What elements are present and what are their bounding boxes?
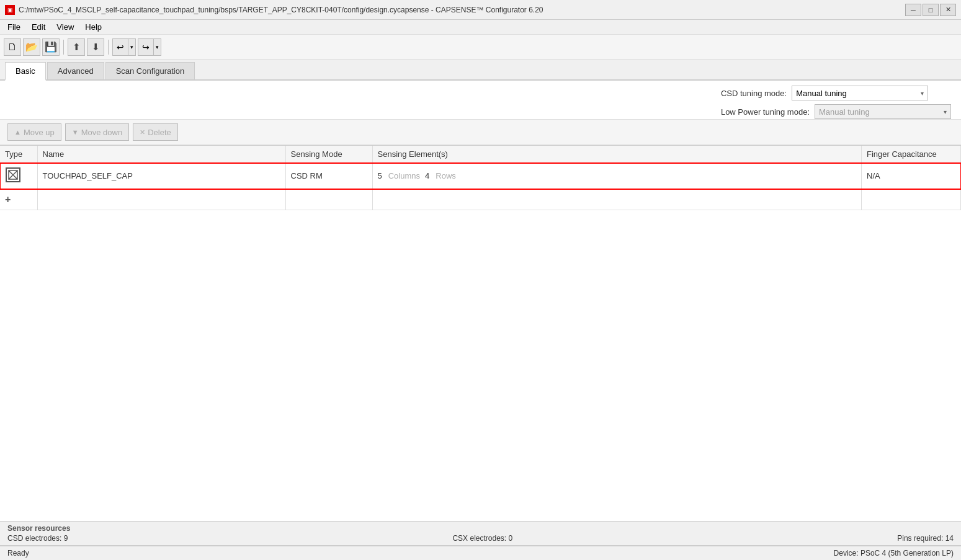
sensor-resources-bar: Sensor resources CSD electrodes: 9 CSX e… bbox=[0, 521, 961, 545]
redo-main[interactable]: ↪ bbox=[138, 39, 153, 55]
touchpad-type-icon bbox=[5, 167, 21, 183]
main-content: CSD tuning mode: Manual tuning ▾ Low Pow… bbox=[0, 81, 961, 545]
rows-label: Rows bbox=[436, 171, 456, 180]
widget-table: Type Name Sensing Mode Sensing Element(s… bbox=[0, 146, 961, 210]
csd-electrodes-value: 9 bbox=[64, 534, 68, 543]
ready-status: Ready bbox=[7, 549, 29, 558]
move-down-button[interactable]: ▼ Move down bbox=[65, 123, 129, 141]
sensing-elements-group: 5 Columns 4 Rows bbox=[378, 171, 857, 180]
move-up-button[interactable]: ▲ Move up bbox=[7, 123, 61, 141]
toolbar-sep-2 bbox=[108, 40, 109, 55]
title-bar-left: ▣ C:/mtw/PSoC_4_MSCLP_self-capacitance_t… bbox=[5, 5, 543, 15]
move-down-icon: ▼ bbox=[72, 128, 79, 136]
menu-help[interactable]: Help bbox=[80, 21, 107, 33]
move-up-label: Move up bbox=[24, 128, 55, 137]
csx-electrodes: CSX electrodes: 0 bbox=[452, 534, 512, 543]
col-header-name: Name bbox=[37, 146, 285, 163]
toolbar-sep-1 bbox=[63, 40, 64, 55]
delete-icon: ✕ bbox=[140, 128, 145, 136]
tuning-area: CSD tuning mode: Manual tuning ▾ Low Pow… bbox=[0, 81, 961, 119]
cell-name: TOUCHPAD_SELF_CAP bbox=[37, 163, 285, 189]
device-info: Device: PSoC 4 (5th Generation LP) bbox=[834, 549, 954, 558]
low-power-tuning-row: Low Power tuning mode: Manual tuning ▾ bbox=[721, 104, 951, 119]
header-row: Type Name Sensing Mode Sensing Element(s… bbox=[0, 146, 961, 163]
title-bar: ▣ C:/mtw/PSoC_4_MSCLP_self-capacitance_t… bbox=[0, 0, 961, 20]
add-elements-cell bbox=[372, 189, 862, 210]
add-sensing-cell bbox=[285, 189, 372, 210]
delete-label: Delete bbox=[148, 128, 171, 137]
pins-label: Pins required: bbox=[897, 534, 945, 543]
cell-type bbox=[0, 163, 37, 189]
csd-tuning-arrow: ▾ bbox=[921, 90, 924, 97]
low-power-tuning-select[interactable]: Manual tuning ▾ bbox=[815, 104, 951, 119]
tab-basic[interactable]: Basic bbox=[5, 62, 46, 81]
csd-electrodes-label: CSD electrodes: bbox=[7, 534, 64, 543]
add-finger-cell bbox=[862, 189, 961, 210]
pins-required: Pins required: 14 bbox=[897, 534, 954, 543]
minimize-btn[interactable]: ─ bbox=[905, 4, 921, 16]
save-button[interactable]: 💾 bbox=[42, 38, 60, 56]
menu-view[interactable]: View bbox=[51, 21, 79, 33]
move-up-icon: ▲ bbox=[14, 128, 21, 136]
undo-arrow[interactable]: ▾ bbox=[128, 39, 135, 55]
delete-button[interactable]: ✕ Delete bbox=[133, 123, 178, 141]
table-header: Type Name Sensing Mode Sensing Element(s… bbox=[0, 146, 961, 163]
table-wrapper: Type Name Sensing Mode Sensing Element(s… bbox=[0, 145, 961, 521]
tab-scan-configuration[interactable]: Scan Configuration bbox=[105, 62, 195, 79]
elements-count: 5 bbox=[378, 171, 382, 180]
csx-electrodes-value: 0 bbox=[509, 534, 513, 543]
open-button[interactable]: 📂 bbox=[23, 38, 40, 56]
undo-button-group[interactable]: ↩ ▾ bbox=[112, 38, 136, 56]
action-bar: ▲ Move up ▼ Move down ✕ Delete bbox=[0, 119, 961, 145]
col-header-sensing-mode: Sensing Mode bbox=[285, 146, 372, 163]
columns-label: Columns bbox=[388, 171, 420, 180]
low-power-tuning-value: Manual tuning bbox=[819, 107, 870, 117]
move-down-label: Move down bbox=[81, 128, 122, 137]
low-power-tuning-arrow: ▾ bbox=[944, 109, 947, 115]
add-name-cell bbox=[37, 189, 285, 210]
menu-edit[interactable]: Edit bbox=[27, 21, 50, 33]
csd-tuning-value: Manual tuning bbox=[796, 89, 847, 98]
csd-electrodes: CSD electrodes: 9 bbox=[7, 534, 68, 543]
sensor-resources-details: CSD electrodes: 9 CSX electrodes: 0 Pins… bbox=[7, 534, 954, 543]
add-widget-row[interactable]: + bbox=[0, 189, 961, 210]
redo-button-group[interactable]: ↪ ▾ bbox=[138, 38, 161, 56]
cell-finger-cap: N/A bbox=[862, 163, 961, 189]
col-header-type: Type bbox=[0, 146, 37, 163]
csd-tuning-row: CSD tuning mode: Manual tuning ▾ bbox=[721, 86, 951, 100]
new-button[interactable]: 🗋 bbox=[4, 38, 21, 56]
maximize-btn[interactable]: □ bbox=[923, 4, 939, 16]
menu-file[interactable]: File bbox=[2, 21, 25, 33]
toolbar: 🗋 📂 💾 ⬆ ⬇ ↩ ▾ ↪ ▾ bbox=[0, 35, 961, 60]
csd-tuning-label: CSD tuning mode: bbox=[721, 89, 787, 98]
col-header-finger-cap: Finger Capacitance bbox=[862, 146, 961, 163]
app-icon: ▣ bbox=[5, 5, 15, 15]
csd-tuning-select[interactable]: Manual tuning ▾ bbox=[792, 86, 928, 100]
low-power-tuning-label: Low Power tuning mode: bbox=[721, 107, 810, 117]
top-section: CSD tuning mode: Manual tuning ▾ Low Pow… bbox=[0, 81, 961, 145]
sensor-resources-title: Sensor resources bbox=[7, 524, 954, 533]
import-button[interactable]: ⬆ bbox=[68, 38, 85, 56]
tuning-selects: CSD tuning mode: Manual tuning ▾ Low Pow… bbox=[721, 86, 951, 119]
table-row[interactable]: TOUCHPAD_SELF_CAP CSD RM 5 Columns 4 Row… bbox=[0, 163, 961, 189]
pins-value: 14 bbox=[945, 534, 954, 543]
bottom-status-bar: Ready Device: PSoC 4 (5th Generation LP) bbox=[0, 545, 961, 560]
close-btn[interactable]: ✕ bbox=[940, 4, 956, 16]
csx-electrodes-label: CSX electrodes: bbox=[452, 534, 508, 543]
redo-arrow[interactable]: ▾ bbox=[153, 39, 161, 55]
title-bar-controls: ─ □ ✕ bbox=[905, 4, 956, 16]
undo-main[interactable]: ↩ bbox=[113, 39, 128, 55]
col-header-sensing-elements: Sensing Element(s) bbox=[372, 146, 862, 163]
add-btn-cell[interactable]: + bbox=[0, 189, 37, 210]
table-body: TOUCHPAD_SELF_CAP CSD RM 5 Columns 4 Row… bbox=[0, 163, 961, 210]
add-widget-icon[interactable]: + bbox=[5, 194, 11, 205]
export-button[interactable]: ⬇ bbox=[87, 38, 104, 56]
tab-advanced[interactable]: Advanced bbox=[47, 62, 104, 79]
columns-value: 4 bbox=[425, 171, 429, 180]
cell-sensing-elements: 5 Columns 4 Rows bbox=[372, 163, 862, 189]
cell-sensing-mode: CSD RM bbox=[285, 163, 372, 189]
menu-bar: File Edit View Help bbox=[0, 20, 961, 35]
tab-bar: Basic Advanced Scan Configuration bbox=[0, 60, 961, 81]
title-bar-text: C:/mtw/PSoC_4_MSCLP_self-capacitance_tou… bbox=[19, 6, 543, 14]
